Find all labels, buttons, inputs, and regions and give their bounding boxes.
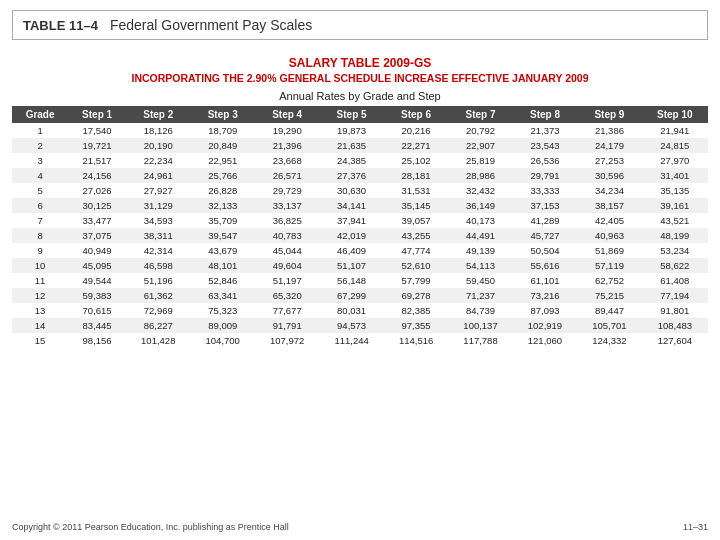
step-cell: 46,409 xyxy=(319,243,383,258)
step-cell: 67,299 xyxy=(319,288,383,303)
step-cell: 47,774 xyxy=(384,243,448,258)
col-header-0: Grade xyxy=(12,106,68,123)
step-cell: 35,709 xyxy=(190,213,254,228)
step-cell: 48,199 xyxy=(642,228,708,243)
step-cell: 29,729 xyxy=(255,183,319,198)
step-cell: 33,137 xyxy=(255,198,319,213)
step-cell: 27,026 xyxy=(68,183,126,198)
step-cell: 83,445 xyxy=(68,318,126,333)
step-cell: 49,544 xyxy=(68,273,126,288)
step-cell: 58,622 xyxy=(642,258,708,273)
step-cell: 59,383 xyxy=(68,288,126,303)
step-cell: 17,540 xyxy=(68,123,126,138)
grade-cell: 4 xyxy=(12,168,68,183)
step-cell: 37,941 xyxy=(319,213,383,228)
step-cell: 27,376 xyxy=(319,168,383,183)
table-row: 219,72120,19020,84921,39621,63522,27122,… xyxy=(12,138,708,153)
col-header-9: Step 9 xyxy=(577,106,641,123)
table-head: GradeStep 1Step 2Step 3Step 4Step 5Step … xyxy=(12,106,708,123)
step-cell: 32,432 xyxy=(448,183,512,198)
step-cell: 87,093 xyxy=(513,303,577,318)
col-header-3: Step 3 xyxy=(190,106,254,123)
step-cell: 124,332 xyxy=(577,333,641,348)
step-cell: 22,907 xyxy=(448,138,512,153)
grade-cell: 11 xyxy=(12,273,68,288)
step-cell: 73,216 xyxy=(513,288,577,303)
step-cell: 44,491 xyxy=(448,228,512,243)
step-cell: 36,149 xyxy=(448,198,512,213)
table-row: 940,94942,31443,67945,04446,40947,77449,… xyxy=(12,243,708,258)
table-row: 117,54018,12618,70919,29019,87320,21620,… xyxy=(12,123,708,138)
table-row: 321,51722,23422,95123,66824,38525,10225,… xyxy=(12,153,708,168)
step-cell: 45,095 xyxy=(68,258,126,273)
table-label: TABLE 11–4 xyxy=(23,18,98,33)
step-cell: 91,791 xyxy=(255,318,319,333)
grade-cell: 7 xyxy=(12,213,68,228)
step-cell: 40,783 xyxy=(255,228,319,243)
step-cell: 23,543 xyxy=(513,138,577,153)
step-cell: 117,788 xyxy=(448,333,512,348)
step-cell: 28,181 xyxy=(384,168,448,183)
step-cell: 100,137 xyxy=(448,318,512,333)
step-cell: 77,677 xyxy=(255,303,319,318)
table-title: Federal Government Pay Scales xyxy=(110,17,312,33)
step-cell: 82,385 xyxy=(384,303,448,318)
step-cell: 52,610 xyxy=(384,258,448,273)
step-cell: 42,405 xyxy=(577,213,641,228)
step-cell: 37,075 xyxy=(68,228,126,243)
step-cell: 121,060 xyxy=(513,333,577,348)
step-cell: 20,190 xyxy=(126,138,190,153)
step-cell: 43,521 xyxy=(642,213,708,228)
salary-title: SALARY TABLE 2009-GS xyxy=(289,56,431,70)
step-cell: 111,244 xyxy=(319,333,383,348)
step-cell: 40,963 xyxy=(577,228,641,243)
step-cell: 46,598 xyxy=(126,258,190,273)
step-cell: 25,819 xyxy=(448,153,512,168)
step-cell: 24,815 xyxy=(642,138,708,153)
step-cell: 20,216 xyxy=(384,123,448,138)
step-cell: 45,727 xyxy=(513,228,577,243)
step-cell: 37,153 xyxy=(513,198,577,213)
step-cell: 57,119 xyxy=(577,258,641,273)
step-cell: 108,483 xyxy=(642,318,708,333)
step-cell: 102,919 xyxy=(513,318,577,333)
copyright-text: Copyright © 2011 Pearson Education, Inc.… xyxy=(12,522,289,532)
step-cell: 75,323 xyxy=(190,303,254,318)
table-row: 733,47734,59335,70936,82537,94139,05740,… xyxy=(12,213,708,228)
step-cell: 21,396 xyxy=(255,138,319,153)
step-cell: 69,278 xyxy=(384,288,448,303)
step-cell: 104,700 xyxy=(190,333,254,348)
table-row: 527,02627,92726,82829,72930,63031,53132,… xyxy=(12,183,708,198)
step-cell: 26,536 xyxy=(513,153,577,168)
step-cell: 32,133 xyxy=(190,198,254,213)
step-cell: 61,408 xyxy=(642,273,708,288)
step-cell: 50,504 xyxy=(513,243,577,258)
step-cell: 49,139 xyxy=(448,243,512,258)
step-cell: 27,927 xyxy=(126,183,190,198)
step-cell: 40,949 xyxy=(68,243,126,258)
step-cell: 31,401 xyxy=(642,168,708,183)
step-cell: 19,721 xyxy=(68,138,126,153)
step-cell: 45,044 xyxy=(255,243,319,258)
salary-subtitle: INCORPORATING THE 2.90% GENERAL SCHEDULE… xyxy=(131,72,588,84)
grade-cell: 6 xyxy=(12,198,68,213)
step-cell: 39,547 xyxy=(190,228,254,243)
table-body: 117,54018,12618,70919,29019,87320,21620,… xyxy=(12,123,708,348)
step-cell: 84,739 xyxy=(448,303,512,318)
step-cell: 41,289 xyxy=(513,213,577,228)
step-cell: 24,385 xyxy=(319,153,383,168)
step-cell: 63,341 xyxy=(190,288,254,303)
step-cell: 62,752 xyxy=(577,273,641,288)
step-cell: 35,145 xyxy=(384,198,448,213)
step-cell: 39,161 xyxy=(642,198,708,213)
step-cell: 20,792 xyxy=(448,123,512,138)
step-cell: 80,031 xyxy=(319,303,383,318)
step-cell: 18,126 xyxy=(126,123,190,138)
grade-cell: 2 xyxy=(12,138,68,153)
table-header-box: TABLE 11–4 Federal Government Pay Scales xyxy=(12,10,708,40)
step-cell: 21,517 xyxy=(68,153,126,168)
step-cell: 24,179 xyxy=(577,138,641,153)
footer: Copyright © 2011 Pearson Education, Inc.… xyxy=(12,516,708,532)
grade-cell: 9 xyxy=(12,243,68,258)
step-cell: 34,141 xyxy=(319,198,383,213)
